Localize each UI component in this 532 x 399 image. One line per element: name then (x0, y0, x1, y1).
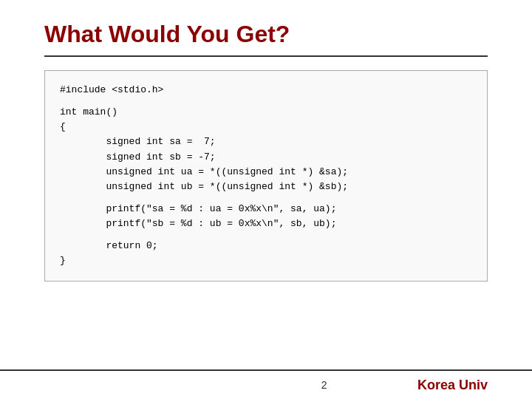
code-line: printf("sb = %d : ub = 0x%x\n", sb, ub); (60, 216, 472, 231)
title-divider (44, 55, 488, 57)
code-line (60, 231, 472, 239)
slide-title: What Would You Get? (44, 21, 488, 48)
code-line: #include <stdio.h> (60, 83, 472, 98)
code-line (60, 98, 472, 105)
code-line: unsigned int ua = *((unsigned int *) &sa… (60, 165, 472, 180)
code-line: { (60, 120, 472, 134)
code-line (60, 194, 472, 202)
code-line: signed int sb = -7; (60, 150, 472, 165)
footer: 2 Korea Univ (0, 369, 532, 399)
code-line: printf("sa = %d : ua = 0x%x\n", sa, ua); (60, 202, 472, 216)
code-block: #include <stdio.h> int main(){ signed in… (44, 70, 488, 282)
code-line: signed int sa = 7; (60, 134, 472, 149)
title-area: What Would You Get? (0, 0, 532, 57)
university-name: Korea Univ (417, 378, 488, 393)
code-line: return 0; (60, 239, 472, 253)
code-line: } (60, 253, 472, 268)
code-line: unsigned int ub = *((unsigned int *) &sb… (60, 180, 472, 194)
code-line: int main() (60, 105, 472, 120)
page-number: 2 (231, 379, 417, 391)
slide-container: What Would You Get? #include <stdio.h> i… (0, 0, 532, 399)
